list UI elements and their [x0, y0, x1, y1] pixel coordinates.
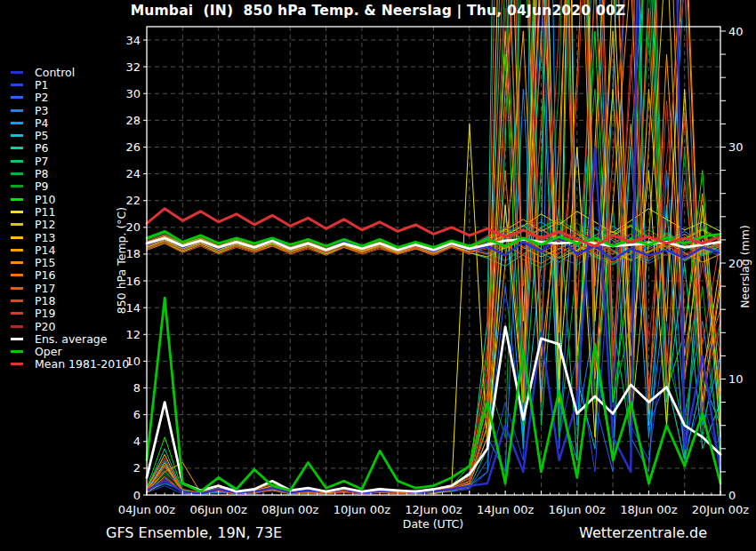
svg-text:4: 4	[133, 435, 141, 448]
svg-text:16Jun 00z: 16Jun 00z	[549, 503, 607, 516]
legend-swatch	[11, 363, 23, 365]
site-watermark: Wetterzentrale.de	[579, 524, 707, 541]
legend-label: P12	[35, 219, 55, 230]
legend-swatch	[11, 249, 23, 252]
legend-label: P2	[35, 92, 49, 103]
legend-label: P17	[35, 283, 55, 294]
legend-item: P8	[11, 167, 129, 180]
svg-text:0: 0	[728, 489, 736, 502]
legend-item: P14	[11, 244, 129, 256]
legend-label: P10	[35, 194, 55, 205]
legend-item: P6	[11, 142, 129, 155]
svg-text:04Jun 00z: 04Jun 00z	[118, 503, 176, 516]
legend-item: Ens. average	[11, 332, 129, 345]
legend-swatch	[11, 274, 23, 276]
legend-item: P1	[11, 78, 129, 91]
legend-item: P17	[11, 282, 129, 294]
legend-label: P13	[35, 232, 55, 244]
legend-label: P7	[35, 156, 49, 167]
legend-label: Ens. average	[35, 333, 107, 345]
legend-label: P4	[35, 117, 49, 129]
legend-label: P14	[35, 244, 55, 256]
legend-swatch	[11, 71, 23, 74]
legend-item: P7	[11, 155, 129, 167]
legend-swatch	[11, 325, 23, 328]
legend-item: P15	[11, 256, 129, 268]
svg-text:06Jun 00z: 06Jun 00z	[189, 503, 247, 516]
legend-label: P20	[35, 321, 55, 332]
legend-item: P19	[11, 307, 129, 320]
legend-label: P8	[35, 168, 49, 180]
svg-text:0: 0	[133, 489, 141, 502]
svg-text:2: 2	[133, 461, 141, 475]
legend-swatch	[11, 236, 23, 239]
legend-swatch	[11, 287, 23, 290]
legend-label: P11	[35, 206, 55, 218]
legend-item: P16	[11, 269, 129, 282]
legend-label: P6	[35, 142, 49, 154]
svg-text:08Jun 00z: 08Jun 00z	[261, 503, 319, 516]
legend-swatch	[11, 261, 23, 264]
legend-item: P2	[11, 92, 129, 104]
legend-item: P11	[11, 205, 129, 218]
legend-label: P16	[35, 269, 55, 281]
svg-text:18Jun 00z: 18Jun 00z	[620, 503, 678, 516]
legend-label: P19	[35, 307, 55, 319]
legend-item: Mean 1981-2010	[11, 358, 129, 371]
legend-label: P18	[35, 295, 55, 307]
legend-swatch	[11, 96, 23, 99]
svg-text:40: 40	[728, 25, 744, 38]
legend-swatch	[11, 172, 23, 175]
legend-swatch	[11, 122, 23, 124]
legend-swatch	[11, 109, 23, 112]
legend-item: P20	[11, 320, 129, 332]
svg-text:8: 8	[133, 381, 141, 395]
legend-item: P10	[11, 193, 129, 205]
legend-swatch	[11, 198, 23, 201]
legend-swatch	[11, 185, 23, 188]
legend-label: Oper	[35, 346, 62, 357]
svg-text:20Jun 00z: 20Jun 00z	[692, 503, 750, 516]
legend-label: P1	[35, 79, 49, 91]
legend-swatch	[11, 84, 23, 86]
legend-item: Control	[11, 66, 129, 78]
legend-item: P4	[11, 116, 129, 129]
legend-swatch	[11, 299, 23, 302]
model-location-label: GFS Ensemble, 19N, 73E	[106, 524, 282, 541]
legend-label: P15	[35, 257, 55, 268]
legend-label: Mean 1981-2010	[35, 358, 129, 370]
legend-label: P3	[35, 105, 49, 116]
legend-swatch	[11, 350, 23, 353]
legend-label: P9	[35, 180, 49, 192]
legend-swatch	[11, 134, 23, 137]
chart-title: Mumbai (IN) 850 hPa Temp. & Neerslag | T…	[0, 3, 756, 19]
legend-swatch	[11, 160, 23, 163]
legend-label: P5	[35, 130, 49, 141]
legend-item: Oper	[11, 346, 129, 358]
svg-text:12Jun 00z: 12Jun 00z	[405, 503, 462, 516]
svg-text:30: 30	[728, 140, 744, 154]
meteogram-page: 04Jun 00z06Jun 00z08Jun 00z10Jun 00z12Ju…	[0, 0, 756, 551]
svg-text:Date (UTC): Date (UTC)	[403, 517, 463, 531]
legend-item: P5	[11, 129, 129, 141]
legend-swatch	[11, 223, 23, 226]
legend-item: P12	[11, 219, 129, 231]
legend-item: P9	[11, 180, 129, 193]
legend-swatch	[11, 211, 23, 213]
svg-text:34: 34	[125, 34, 141, 47]
legend: ControlP1P2P3P4P5P6P7P8P9P10P11P12P13P14…	[11, 66, 129, 371]
legend-item: P3	[11, 104, 129, 116]
legend-swatch	[11, 147, 23, 149]
legend-item: P13	[11, 231, 129, 244]
svg-text:10Jun 00z: 10Jun 00z	[334, 503, 391, 516]
svg-text:10: 10	[728, 372, 744, 386]
legend-swatch	[11, 338, 23, 340]
legend-label: Control	[35, 67, 75, 78]
svg-text:Neerslag (mm): Neerslag (mm)	[738, 225, 752, 308]
legend-item: P18	[11, 294, 129, 307]
legend-swatch	[11, 312, 23, 315]
svg-text:14Jun 00z: 14Jun 00z	[477, 503, 535, 516]
svg-text:6: 6	[133, 408, 141, 421]
